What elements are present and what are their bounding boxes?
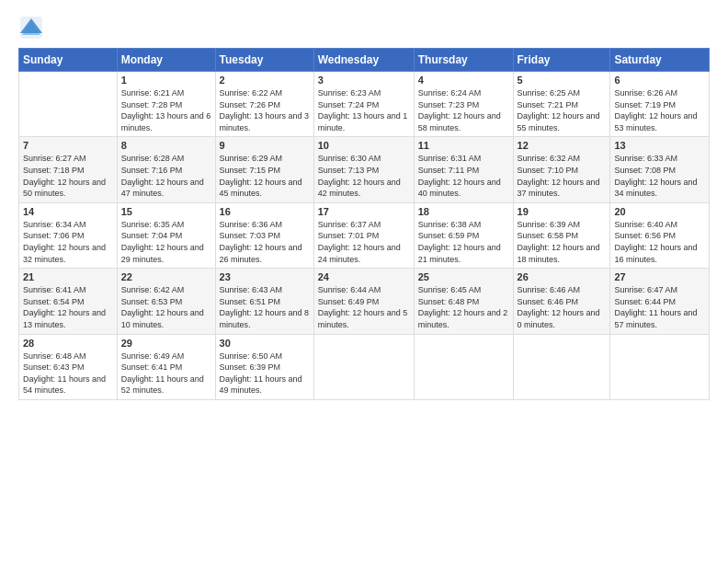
day-info: Sunrise: 6:35 AMSunset: 7:04 PMDaylight:… [121, 219, 211, 265]
day-number: 11 [418, 140, 509, 151]
calendar-cell [414, 334, 513, 399]
calendar-cell: 16Sunrise: 6:36 AMSunset: 7:03 PMDayligh… [215, 202, 313, 268]
day-info: Sunrise: 6:25 AMSunset: 7:21 PMDaylight:… [518, 87, 607, 133]
day-info: Sunrise: 6:37 AMSunset: 7:01 PMDaylight:… [318, 219, 410, 265]
day-info: Sunrise: 6:45 AMSunset: 6:48 PMDaylight:… [418, 284, 509, 330]
weekday-header: Thursday [414, 49, 513, 72]
day-number: 21 [23, 271, 113, 282]
day-info: Sunrise: 6:49 AMSunset: 6:41 PMDaylight:… [121, 350, 211, 396]
weekday-header: Tuesday [215, 49, 313, 72]
weekday-header: Saturday [610, 49, 710, 72]
calendar-cell: 1Sunrise: 6:21 AMSunset: 7:28 PMDaylight… [117, 72, 215, 137]
calendar-cell [19, 72, 118, 137]
calendar-cell: 14Sunrise: 6:34 AMSunset: 7:06 PMDayligh… [19, 202, 118, 268]
day-info: Sunrise: 6:30 AMSunset: 7:13 PMDaylight:… [318, 153, 410, 199]
calendar-cell: 4Sunrise: 6:24 AMSunset: 7:23 PMDaylight… [414, 72, 513, 137]
calendar-week-row: 28Sunrise: 6:48 AMSunset: 6:43 PMDayligh… [19, 334, 710, 399]
calendar-table: SundayMondayTuesdayWednesdayThursdayFrid… [18, 48, 710, 400]
calendar-cell: 20Sunrise: 6:40 AMSunset: 6:56 PMDayligh… [610, 202, 710, 268]
calendar-cell: 13Sunrise: 6:33 AMSunset: 7:08 PMDayligh… [610, 137, 710, 202]
logo [18, 15, 48, 40]
calendar-cell: 25Sunrise: 6:45 AMSunset: 6:48 PMDayligh… [414, 269, 513, 334]
day-number: 19 [518, 206, 607, 217]
calendar-cell: 19Sunrise: 6:39 AMSunset: 6:58 PMDayligh… [513, 202, 610, 268]
day-info: Sunrise: 6:34 AMSunset: 7:06 PMDaylight:… [23, 219, 113, 265]
calendar-cell: 3Sunrise: 6:23 AMSunset: 7:24 PMDaylight… [313, 72, 414, 137]
day-info: Sunrise: 6:26 AMSunset: 7:19 PMDaylight:… [614, 87, 705, 133]
day-number: 14 [23, 206, 113, 217]
weekday-row: SundayMondayTuesdayWednesdayThursdayFrid… [19, 49, 710, 72]
day-number: 12 [518, 140, 607, 151]
day-number: 30 [220, 338, 310, 349]
calendar-cell: 7Sunrise: 6:27 AMSunset: 7:18 PMDaylight… [19, 137, 118, 202]
day-info: Sunrise: 6:28 AMSunset: 7:16 PMDaylight:… [121, 153, 211, 199]
calendar-cell: 17Sunrise: 6:37 AMSunset: 7:01 PMDayligh… [313, 202, 414, 268]
day-info: Sunrise: 6:31 AMSunset: 7:11 PMDaylight:… [418, 153, 509, 199]
day-number: 10 [318, 140, 410, 151]
calendar-cell: 6Sunrise: 6:26 AMSunset: 7:19 PMDaylight… [610, 72, 710, 137]
weekday-header: Wednesday [313, 49, 414, 72]
day-number: 23 [220, 271, 310, 282]
day-number: 22 [121, 271, 211, 282]
calendar-cell: 18Sunrise: 6:38 AMSunset: 6:59 PMDayligh… [414, 202, 513, 268]
calendar-cell: 30Sunrise: 6:50 AMSunset: 6:39 PMDayligh… [215, 334, 313, 399]
day-info: Sunrise: 6:21 AMSunset: 7:28 PMDaylight:… [121, 87, 211, 133]
calendar-cell: 21Sunrise: 6:41 AMSunset: 6:54 PMDayligh… [19, 269, 118, 334]
weekday-header: Friday [513, 49, 610, 72]
day-info: Sunrise: 6:44 AMSunset: 6:49 PMDaylight:… [318, 284, 410, 330]
day-info: Sunrise: 6:42 AMSunset: 6:53 PMDaylight:… [121, 284, 211, 330]
day-number: 4 [418, 75, 509, 86]
calendar-cell: 15Sunrise: 6:35 AMSunset: 7:04 PMDayligh… [117, 202, 215, 268]
calendar-cell: 11Sunrise: 6:31 AMSunset: 7:11 PMDayligh… [414, 137, 513, 202]
calendar-cell: 9Sunrise: 6:29 AMSunset: 7:15 PMDaylight… [215, 137, 313, 202]
calendar-cell [513, 334, 610, 399]
calendar-cell: 28Sunrise: 6:48 AMSunset: 6:43 PMDayligh… [19, 334, 118, 399]
day-number: 1 [121, 75, 211, 86]
weekday-header: Sunday [19, 49, 118, 72]
day-number: 27 [614, 271, 705, 282]
day-info: Sunrise: 6:32 AMSunset: 7:10 PMDaylight:… [518, 153, 607, 199]
weekday-header: Monday [117, 49, 215, 72]
day-info: Sunrise: 6:33 AMSunset: 7:08 PMDaylight:… [614, 153, 705, 199]
day-number: 2 [220, 75, 310, 86]
header [18, 15, 710, 40]
day-number: 29 [121, 338, 211, 349]
day-number: 26 [518, 271, 607, 282]
day-number: 20 [614, 206, 705, 217]
day-info: Sunrise: 6:43 AMSunset: 6:51 PMDaylight:… [220, 284, 310, 330]
day-info: Sunrise: 6:23 AMSunset: 7:24 PMDaylight:… [318, 87, 410, 133]
day-number: 24 [318, 271, 410, 282]
calendar-cell: 23Sunrise: 6:43 AMSunset: 6:51 PMDayligh… [215, 269, 313, 334]
day-number: 7 [23, 140, 113, 151]
day-info: Sunrise: 6:22 AMSunset: 7:26 PMDaylight:… [220, 87, 310, 133]
logo-icon [18, 15, 44, 40]
calendar-week-row: 14Sunrise: 6:34 AMSunset: 7:06 PMDayligh… [19, 202, 710, 268]
calendar-cell: 8Sunrise: 6:28 AMSunset: 7:16 PMDaylight… [117, 137, 215, 202]
calendar-week-row: 7Sunrise: 6:27 AMSunset: 7:18 PMDaylight… [19, 137, 710, 202]
page: SundayMondayTuesdayWednesdayThursdayFrid… [0, 0, 728, 563]
calendar-cell: 12Sunrise: 6:32 AMSunset: 7:10 PMDayligh… [513, 137, 610, 202]
calendar-body: 1Sunrise: 6:21 AMSunset: 7:28 PMDaylight… [19, 72, 710, 400]
calendar-header: SundayMondayTuesdayWednesdayThursdayFrid… [19, 49, 710, 72]
day-info: Sunrise: 6:29 AMSunset: 7:15 PMDaylight:… [220, 153, 310, 199]
day-number: 18 [418, 206, 509, 217]
day-number: 16 [220, 206, 310, 217]
calendar-cell: 26Sunrise: 6:46 AMSunset: 6:46 PMDayligh… [513, 269, 610, 334]
calendar-cell: 5Sunrise: 6:25 AMSunset: 7:21 PMDaylight… [513, 72, 610, 137]
calendar-week-row: 21Sunrise: 6:41 AMSunset: 6:54 PMDayligh… [19, 269, 710, 334]
day-number: 6 [614, 75, 705, 86]
calendar-cell: 10Sunrise: 6:30 AMSunset: 7:13 PMDayligh… [313, 137, 414, 202]
day-info: Sunrise: 6:41 AMSunset: 6:54 PMDaylight:… [23, 284, 113, 330]
day-info: Sunrise: 6:36 AMSunset: 7:03 PMDaylight:… [220, 219, 310, 265]
day-info: Sunrise: 6:47 AMSunset: 6:44 PMDaylight:… [614, 284, 705, 330]
day-number: 28 [23, 338, 113, 349]
calendar-cell: 22Sunrise: 6:42 AMSunset: 6:53 PMDayligh… [117, 269, 215, 334]
day-number: 8 [121, 140, 211, 151]
day-info: Sunrise: 6:38 AMSunset: 6:59 PMDaylight:… [418, 219, 509, 265]
day-number: 9 [220, 140, 310, 151]
calendar-cell: 24Sunrise: 6:44 AMSunset: 6:49 PMDayligh… [313, 269, 414, 334]
calendar-week-row: 1Sunrise: 6:21 AMSunset: 7:28 PMDaylight… [19, 72, 710, 137]
calendar-cell: 27Sunrise: 6:47 AMSunset: 6:44 PMDayligh… [610, 269, 710, 334]
day-info: Sunrise: 6:50 AMSunset: 6:39 PMDaylight:… [220, 350, 310, 396]
day-info: Sunrise: 6:46 AMSunset: 6:46 PMDaylight:… [518, 284, 607, 330]
